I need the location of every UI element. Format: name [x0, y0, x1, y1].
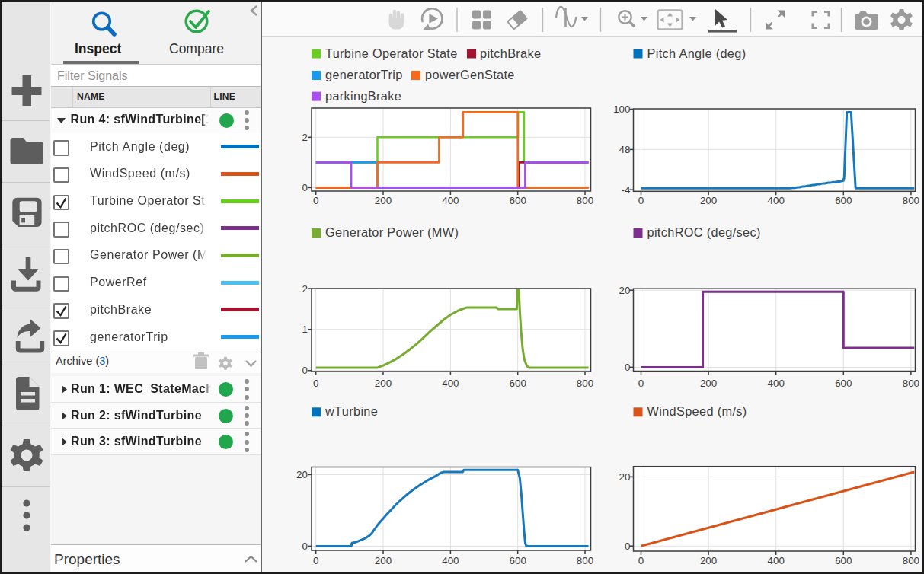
- svg-text:600: 600: [835, 195, 852, 206]
- svg-text:Turbine Operator State: Turbine Operator State: [325, 46, 458, 60]
- svg-text:0: 0: [638, 555, 644, 566]
- svg-text:600: 600: [510, 555, 526, 566]
- svg-text:20: 20: [619, 285, 631, 296]
- svg-text:600: 600: [510, 378, 526, 389]
- svg-text:0: 0: [302, 541, 308, 552]
- svg-text:400: 400: [768, 195, 785, 206]
- svg-text:2: 2: [302, 132, 308, 143]
- svg-text:400: 400: [442, 195, 459, 206]
- svg-text:0: 0: [313, 555, 318, 566]
- svg-text:200: 200: [375, 555, 392, 566]
- svg-text:0: 0: [313, 195, 318, 206]
- svg-text:20: 20: [296, 469, 308, 480]
- svg-text:400: 400: [442, 378, 459, 389]
- svg-text:600: 600: [835, 378, 852, 389]
- svg-text:0: 0: [313, 378, 318, 389]
- svg-text:powerGenState: powerGenState: [425, 68, 515, 81]
- svg-text:wTurbine: wTurbine: [325, 404, 378, 418]
- svg-text:0: 0: [625, 541, 630, 552]
- svg-text:0: 0: [638, 378, 644, 389]
- svg-text:100: 100: [613, 104, 630, 115]
- svg-text:800: 800: [903, 555, 919, 566]
- svg-text:800: 800: [903, 378, 919, 389]
- svg-text:2: 2: [302, 283, 308, 295]
- svg-text:800: 800: [577, 378, 593, 389]
- svg-text:48: 48: [619, 144, 631, 155]
- svg-text:pitchBrake: pitchBrake: [480, 46, 541, 60]
- svg-text:0: 0: [638, 195, 644, 206]
- svg-text:800: 800: [577, 555, 593, 566]
- svg-text:Generator Power (MW): Generator Power (MW): [325, 225, 459, 239]
- svg-text:200: 200: [700, 378, 717, 389]
- svg-text:-4: -4: [622, 184, 631, 196]
- svg-text:20: 20: [619, 471, 631, 483]
- svg-text:WindSpeed (m/s): WindSpeed (m/s): [647, 404, 747, 418]
- svg-text:0: 0: [302, 182, 308, 193]
- svg-text:200: 200: [700, 195, 717, 206]
- svg-text:600: 600: [510, 195, 526, 206]
- svg-text:0: 0: [302, 365, 308, 376]
- svg-text:800: 800: [577, 195, 593, 206]
- svg-text:400: 400: [768, 555, 785, 566]
- svg-text:200: 200: [375, 195, 392, 206]
- svg-text:1: 1: [302, 324, 308, 335]
- svg-text:400: 400: [768, 378, 785, 389]
- svg-text:400: 400: [442, 555, 459, 566]
- svg-text:generatorTrip: generatorTrip: [325, 68, 403, 81]
- svg-text:0: 0: [625, 362, 630, 373]
- svg-text:800: 800: [903, 195, 919, 206]
- svg-text:parkingBrake: parkingBrake: [325, 89, 401, 103]
- svg-text:600: 600: [835, 555, 852, 566]
- svg-text:Pitch Angle (deg): Pitch Angle (deg): [647, 46, 747, 60]
- svg-text:200: 200: [700, 555, 717, 566]
- svg-text:200: 200: [375, 378, 392, 389]
- svg-text:pitchROC (deg/sec): pitchROC (deg/sec): [647, 225, 761, 239]
